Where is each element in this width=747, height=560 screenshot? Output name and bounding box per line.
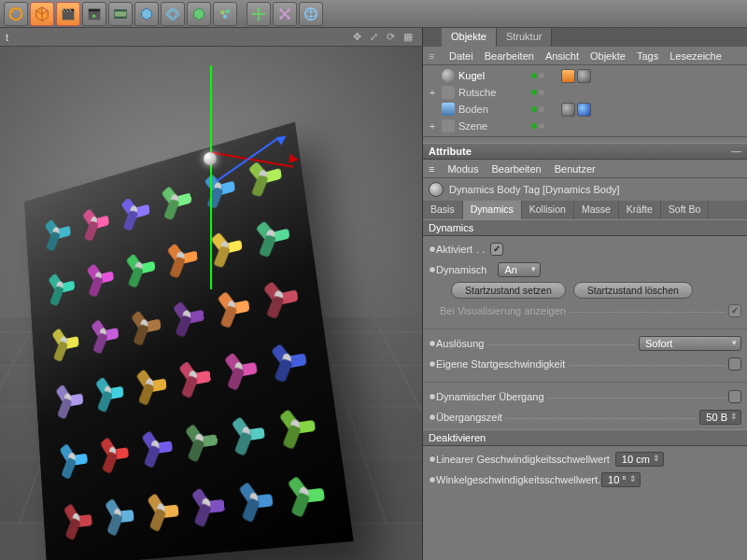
object-icon [442,103,455,116]
tree-row-szene[interactable]: + Szene [423,118,747,134]
jack-piece [134,415,176,476]
tool-globe[interactable] [299,2,323,26]
objects-menubar: ≡ Datei Bearbeiten Ansicht Objekte Tags … [423,47,747,65]
tag-sphere[interactable] [577,69,591,83]
attr-menu-mode[interactable]: Modus [447,163,478,175]
jack-piece [172,345,215,406]
svg-point-12 [223,14,228,19]
subtab-kollision[interactable]: Kollision [522,201,574,219]
object-icon [442,86,455,99]
subtab-kraefte[interactable]: Kräfte [619,201,661,219]
nav-move-icon[interactable]: ✥ [353,31,366,44]
jack-piece [98,484,138,544]
tool-clapboard-play[interactable] [82,2,106,26]
tool-particles[interactable] [213,2,237,26]
svg-rect-7 [115,16,127,18]
tag-blue[interactable] [577,103,591,117]
attr-menu-edit[interactable]: Bearbeiten [491,163,541,175]
tool-scale[interactable] [273,2,297,26]
viewport[interactable]: t ✥ ⤢ ⟳ ▦ [0,28,422,560]
object-icon [442,119,455,133]
expand-icon[interactable]: + [427,87,438,98]
menu-edit[interactable]: Bearbeiten [485,50,534,62]
svg-rect-4 [89,8,101,11]
jack-piece [184,473,229,536]
menu-file[interactable]: Datei [449,50,473,62]
jack-piece [197,158,240,218]
tool-cube[interactable] [30,2,54,26]
tag-sphere[interactable] [561,103,575,117]
object-name[interactable]: Kugel [458,70,524,81]
attributes-header: Attribute— [423,143,747,160]
axis-gizmo[interactable] [210,159,211,160]
jack-piece [46,314,81,370]
jack-piece [271,393,320,457]
menu-view[interactable]: Ansicht [545,50,579,62]
nav-rotate-icon[interactable]: ⟳ [387,31,400,44]
jack-piece [80,248,118,305]
tool-shader[interactable] [187,2,211,26]
svg-point-8 [167,10,179,17]
menu-objects[interactable]: Objekte [590,50,626,62]
tree-row-rutsche[interactable]: + Rutsche [423,84,747,101]
field-lin-thresh[interactable]: 10 cm [615,452,664,467]
object-icon [442,69,455,82]
nav-zoom-icon[interactable]: ⤢ [370,31,383,44]
selected-sphere[interactable] [204,152,217,165]
subtab-masse[interactable]: Masse [574,201,619,219]
check-eigene-sg[interactable] [728,357,741,371]
object-tree[interactable]: Kugel + Rutsche Boden + Szene [423,65,747,137]
attr-subtabs: Basis Dynamics Kollision Masse Kräfte So… [423,201,747,219]
tab-structure[interactable]: Struktur [497,28,553,47]
nav-layout-icon[interactable]: ▦ [403,31,416,44]
object-name[interactable]: Boden [458,104,524,115]
jack-piece [231,467,278,531]
jack-piece [209,275,254,337]
btn-clear-initial[interactable]: Startzustand löschen [573,282,693,299]
jack-piece [76,193,112,250]
menu-bookmarks[interactable]: Lesezeiche [669,50,722,62]
object-name[interactable]: Szene [458,120,524,132]
tool-primitive[interactable] [134,2,159,26]
tool-move[interactable] [247,2,271,26]
jack-piece [43,258,78,314]
dynamics-body-icon [429,182,444,197]
tag-orange[interactable] [561,69,575,83]
right-panel: Objekte Struktur ≡ Datei Bearbeiten Ansi… [422,28,747,560]
subtab-basis[interactable]: Basis [423,201,463,219]
jack-piece [53,429,91,487]
tool-clapboard[interactable] [56,2,80,26]
subtab-dynamics[interactable]: Dynamics [463,201,522,219]
jack-piece [217,337,262,399]
check-vis[interactable] [728,304,741,317]
fold-icon[interactable]: ≡ [429,163,434,175]
label-eigene-sg: Eigene Startgeschwindigkeit [436,358,565,370]
jack-piece [115,182,153,240]
menu-tags[interactable]: Tags [637,50,658,62]
axis-y[interactable] [210,65,212,289]
expand-icon[interactable]: + [427,120,438,132]
check-aktiviert[interactable] [490,243,503,256]
tree-row-kugel[interactable]: Kugel [423,67,747,84]
check-dyn-ueb[interactable] [728,390,741,403]
tool-film[interactable] [108,2,133,26]
subtab-softbody[interactable]: Soft Bo [661,201,709,219]
object-name[interactable]: Rutsche [458,87,524,98]
tool-rotate[interactable] [161,2,185,26]
field-win-thresh[interactable]: 10 ° [601,472,641,487]
btn-set-initial[interactable]: Startzustand setzen [451,282,566,299]
attr-menu-user[interactable]: Benutzer [555,163,596,175]
jack-piece [120,238,159,297]
jack-piece [223,400,270,464]
main-toolbar [0,0,747,28]
select-dynamisch[interactable]: An [498,262,541,277]
fold-icon[interactable]: ≡ [429,50,438,62]
tree-row-boden[interactable]: Boden [423,101,747,118]
select-ausloesung[interactable]: Sofort [639,336,741,351]
svg-rect-6 [115,9,127,11]
jack-piece [39,204,74,259]
tab-objects[interactable]: Objekte [442,28,497,47]
label-dynamisch: Dynamisch [436,264,486,275]
tool-undo[interactable] [4,2,28,26]
field-ueb-zeit[interactable]: 50 B [699,410,741,425]
